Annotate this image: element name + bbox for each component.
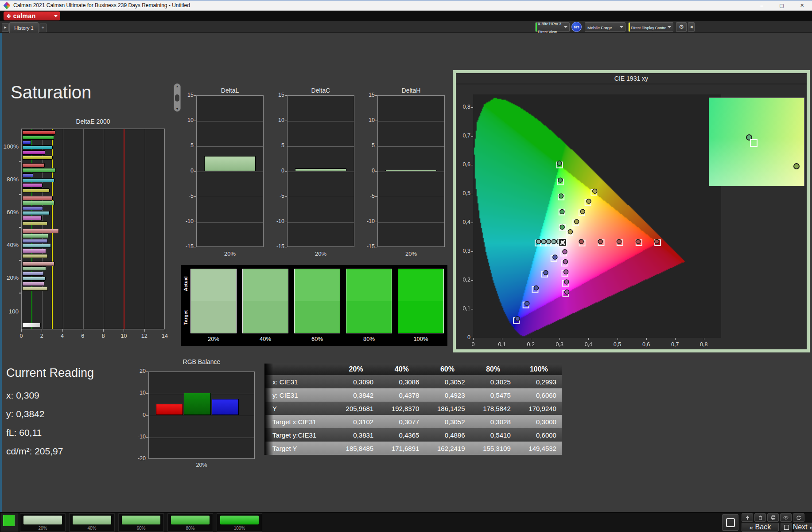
tick bbox=[103, 329, 104, 332]
deltae-bar-80%-red bbox=[22, 163, 45, 168]
gridline bbox=[83, 129, 84, 329]
deltae-bar-100-white bbox=[22, 323, 41, 327]
swatch-label: 40% bbox=[242, 336, 288, 342]
gridline bbox=[104, 129, 104, 329]
next-button[interactable]: Next » bbox=[794, 523, 812, 532]
rgb-bar-red bbox=[156, 404, 183, 415]
cell: 0,4365 bbox=[379, 428, 424, 442]
swatch-label: 60% bbox=[294, 336, 340, 342]
tick bbox=[62, 329, 63, 332]
cell: 0,5475 bbox=[470, 388, 516, 402]
rgb-bar-green bbox=[184, 393, 211, 415]
thumbnail-bar bbox=[171, 516, 210, 524]
back-button[interactable]: « Back bbox=[742, 523, 779, 532]
gridline bbox=[197, 121, 263, 121]
tick bbox=[471, 223, 473, 223]
scroll-up-icon[interactable]: ▲ bbox=[175, 85, 180, 88]
refresh-button[interactable] bbox=[793, 513, 804, 522]
deltae-bar-20%-green bbox=[22, 266, 46, 271]
x-tick-label: 0 bbox=[17, 333, 26, 339]
tick bbox=[502, 338, 502, 340]
thumbnail-bar bbox=[73, 516, 111, 524]
view-button[interactable] bbox=[780, 513, 792, 522]
reading-x: x: 0,309 bbox=[6, 390, 39, 401]
actual-row-label: Actual bbox=[183, 273, 188, 295]
stop-square-icon bbox=[726, 518, 735, 527]
layout-button[interactable] bbox=[781, 523, 792, 532]
swatch-target-80% bbox=[346, 301, 392, 333]
color-source-tile[interactable] bbox=[1, 513, 18, 532]
deltae-bar-40%-green bbox=[22, 234, 48, 238]
y-tick-label: -10 bbox=[131, 434, 146, 440]
settings-button[interactable]: ⚙ bbox=[676, 22, 687, 32]
cie-gamut-inset[interactable] bbox=[709, 98, 804, 186]
cell: 0,3052 bbox=[424, 375, 470, 388]
tick bbox=[194, 95, 196, 96]
cie-x-tick: 0,2 bbox=[524, 341, 538, 348]
x-tick-label: 14 bbox=[160, 333, 169, 339]
scroll-page-up-button[interactable] bbox=[742, 513, 753, 522]
tab-history-1[interactable]: History 1 bbox=[9, 22, 39, 33]
minimize-button[interactable]: – bbox=[752, 0, 772, 11]
deltae-bar-20%-blue bbox=[22, 272, 44, 276]
table-row-Y: Y205,9681192,8370186,1425178,5842170,924… bbox=[264, 402, 562, 415]
deltae-bar-100%-magenta bbox=[22, 150, 45, 155]
logo-dropdown-icon[interactable] bbox=[54, 15, 58, 17]
y-tick-label: 0 bbox=[179, 168, 194, 174]
thumbnail-bar bbox=[220, 516, 259, 524]
thumbnail-40%[interactable]: 40% bbox=[69, 513, 115, 532]
display-control-dropdown[interactable]: Direct Display Control bbox=[628, 22, 673, 32]
cell: 170,9240 bbox=[516, 402, 562, 415]
new-tab-button[interactable]: + bbox=[39, 23, 47, 32]
chevron-down-icon bbox=[620, 26, 623, 28]
stop-measure-button[interactable] bbox=[722, 514, 738, 531]
y-tick-label: -10 bbox=[361, 218, 375, 224]
row-label: Target y:CIE31 bbox=[264, 428, 333, 442]
thumbnail-20%[interactable]: 20% bbox=[20, 513, 66, 532]
source-dropdown[interactable]: Mobile Forge bbox=[585, 22, 626, 32]
back-label: Back bbox=[755, 523, 771, 531]
scroll-thumb[interactable] bbox=[175, 94, 179, 102]
history-panel-toggle[interactable]: ▶ bbox=[2, 23, 9, 32]
tick bbox=[194, 247, 196, 247]
tick bbox=[165, 329, 165, 332]
deltae-bar-80%-blue bbox=[22, 173, 33, 178]
close-button[interactable]: ✕ bbox=[792, 0, 812, 11]
deltae-bar-40%-magenta bbox=[22, 249, 46, 253]
row-label: Target Y bbox=[264, 442, 333, 455]
scroll-down-icon[interactable]: ▼ bbox=[175, 107, 180, 110]
tick bbox=[146, 372, 148, 372]
cell: 171,6891 bbox=[379, 442, 424, 455]
tick bbox=[83, 329, 83, 332]
swatch-80% bbox=[346, 269, 392, 333]
print-button[interactable] bbox=[767, 513, 779, 522]
eye-icon bbox=[783, 515, 789, 520]
group-label: 100 bbox=[1, 308, 19, 315]
calman-logo-button[interactable]: ❖ calman bbox=[4, 12, 60, 20]
tick bbox=[375, 196, 377, 197]
tick bbox=[144, 329, 145, 332]
gridline bbox=[378, 172, 444, 172]
deltae-bar-20%-cyan bbox=[22, 277, 46, 281]
cell: 0,3842 bbox=[333, 388, 379, 402]
cie-y-tick: 0,2 bbox=[455, 277, 470, 283]
tick bbox=[375, 222, 377, 222]
group-label: 40% bbox=[1, 242, 19, 248]
panel-collapse-button[interactable]: ◀ bbox=[688, 22, 695, 32]
thumbnail-60%[interactable]: 60% bbox=[118, 513, 164, 532]
DeltaC-xlabel: 20% bbox=[287, 250, 354, 257]
thumbnail-label: 20% bbox=[20, 526, 65, 531]
actual-target-swatches: ActualTarget20%40%60%80%100% bbox=[181, 265, 447, 346]
meter-dropdown[interactable]: X-Rite i1Pro 3 Direct View bbox=[535, 22, 570, 32]
thumbnail-80%[interactable]: 80% bbox=[167, 513, 213, 532]
deltae-bar-60%-blue bbox=[22, 206, 43, 211]
maximize-button[interactable]: ▢ bbox=[772, 0, 792, 11]
thumbnail-100%[interactable]: 100% bbox=[217, 513, 262, 532]
cell: 149,4532 bbox=[516, 442, 562, 455]
display-control-accent bbox=[629, 23, 630, 31]
y-tick-label: 15 bbox=[361, 92, 375, 98]
cell: 155,3109 bbox=[470, 442, 516, 455]
delete-button[interactable] bbox=[754, 513, 766, 522]
y-tick-label: -15 bbox=[179, 243, 194, 250]
meter-count-badge[interactable]: 673 bbox=[571, 22, 582, 32]
